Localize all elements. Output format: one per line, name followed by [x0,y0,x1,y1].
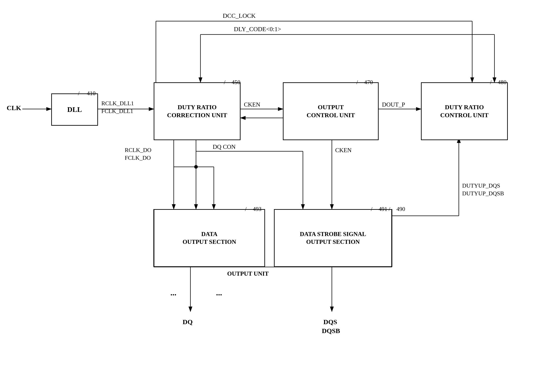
data-strobe-ref: 491 [379,206,387,213]
ellipsis-left: ... [170,288,177,297]
data-output-block: DATAOUTPUT SECTION [154,209,265,267]
dll-block: DLL [51,93,98,126]
fclk-dll1-label: FCLK_DLL1 [101,108,133,115]
data-strobe-block: DATA STROBE SIGNALOUTPUT SECTION [274,209,392,267]
svg-point-20 [194,165,198,169]
dq-con-label: DQ CON [213,143,236,150]
ellipsis-right: ... [216,288,222,297]
duty-ratio-control-block: DUTY RATIOCONTROL UNIT [421,82,508,140]
output-unit-label: OUTPUT UNIT [227,270,269,277]
dutyup-dqsb-label: DUTYUP_DQSB [462,190,504,197]
output-unit-ref: 490 [396,206,405,213]
duty-ratio-correction-block: DUTY RATIOCORRECTION UNIT [154,82,240,140]
dqsb-label: DQSB [322,327,340,335]
data-output-label: DATAOUTPUT SECTION [183,230,236,246]
output-control-label: OUTPUTCONTROL UNIT [307,103,355,119]
dqs-label: DQS [323,318,337,326]
dout-p-label: DOUT_P [382,101,405,108]
output-control-block: OUTPUTCONTROL UNIT [283,82,379,140]
cken2-label: CKEN [335,147,352,154]
duty-ratio-control-label: DUTY RATIOCONTROL UNIT [440,103,489,119]
duty-ratio-correction-label: DUTY RATIOCORRECTION UNIT [167,103,227,119]
dcc-lock-label: DCC_LOCK [223,12,256,19]
data-strobe-label: DATA STROBE SIGNALOUTPUT SECTION [300,230,366,246]
duty-ratio-correction-ref: 450 [232,79,240,86]
dq-label: DQ [183,318,193,326]
rclk-dll1-label: RCLK_DLL1 [101,100,134,107]
dutyup-dqs-label: DUTYUP_DQS [462,183,500,189]
rclk-do-label: RCLK_DO [125,147,151,153]
output-control-ref: 470 [364,79,373,86]
dly-code-label: DLY_CODE<0:1> [234,25,281,33]
clk-label: CLK [7,104,21,112]
dll-label: DLL [67,105,82,114]
duty-ratio-control-ref: 480 [498,79,506,86]
data-output-ref: 493 [253,206,261,213]
cken-label: CKEN [244,101,260,108]
dll-ref: 410 [87,90,96,97]
fclk-do-label: FCLK_DO [125,155,151,161]
